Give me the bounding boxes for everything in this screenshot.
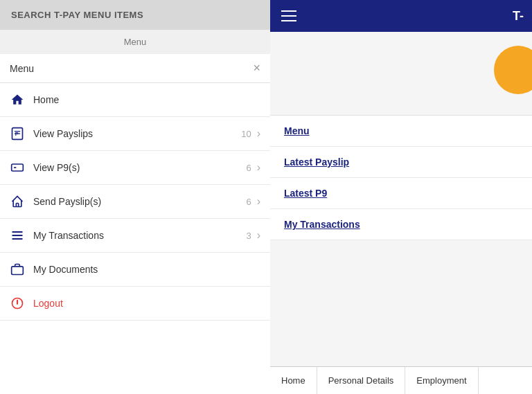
view-payslips-label: View Payslips (33, 128, 241, 139)
view-p9s-badge: 6 (246, 163, 251, 173)
p9-icon (10, 160, 25, 175)
menu-header: Menu × (0, 54, 270, 83)
tab-personal-details[interactable]: Personal Details (317, 367, 406, 394)
nav-title: T- (513, 9, 524, 24)
my-documents-label: My Documents (33, 264, 260, 275)
logout-icon (10, 296, 25, 311)
search-placeholder: SEARCH T-PAY MENU ITEMS (11, 10, 143, 20)
chevron-right-icon: › (257, 229, 260, 242)
sidebar-item-my-documents[interactable]: My Documents (0, 253, 270, 287)
sidebar-item-view-payslips[interactable]: P View Payslips 10 › (0, 117, 270, 151)
logout-label: Logout (33, 298, 260, 309)
chevron-right-icon: › (257, 161, 260, 174)
hamburger-line-2 (281, 15, 296, 17)
bottom-tabs: Home Personal Details Employment (270, 366, 532, 394)
right-content-area: Menu Latest Payslip Latest P9 My Transac… (270, 32, 532, 366)
sidebar-item-logout[interactable]: Logout (0, 287, 270, 321)
hamburger-line-3 (281, 20, 296, 21)
chevron-right-icon: › (257, 195, 260, 208)
top-navbar: T- (270, 0, 532, 32)
tab-employment[interactable]: Employment (405, 367, 478, 394)
sidebar-item-home[interactable]: Home (0, 83, 270, 117)
hamburger-line-1 (281, 10, 296, 12)
quick-links-card: Menu Latest Payslip Latest P9 My Transac… (270, 115, 532, 240)
menu-title: Menu (10, 63, 34, 74)
home-label: Home (33, 94, 260, 105)
menu-quick-link[interactable]: Menu (270, 116, 532, 147)
left-panel: SEARCH T-PAY MENU ITEMS Menu Menu × Home… (0, 0, 270, 394)
sidebar-item-send-payslips[interactable]: Send Payslip(s) 6 › (0, 185, 270, 219)
send-payslips-badge: 6 (246, 197, 251, 207)
tab-home[interactable]: Home (270, 367, 317, 394)
home-icon (10, 92, 25, 107)
transactions-icon (10, 228, 25, 243)
my-transactions-badge: 3 (246, 231, 251, 241)
view-payslips-badge: 10 (241, 129, 251, 139)
view-p9s-label: View P9(s) (33, 162, 246, 173)
send-payslips-label: Send Payslip(s) (33, 196, 246, 207)
latest-p9-quick-link[interactable]: Latest P9 (270, 178, 532, 209)
sidebar-item-view-p9s[interactable]: View P9(s) 6 › (0, 151, 270, 185)
documents-icon (10, 262, 25, 277)
my-transactions-quick-link[interactable]: My Transactions (270, 209, 532, 240)
menu-section: Menu × Home P View Payslips 10 › View P9… (0, 54, 270, 394)
my-transactions-label: My Transactions (33, 230, 246, 241)
latest-payslip-quick-link[interactable]: Latest Payslip (270, 147, 532, 178)
avatar (494, 46, 532, 94)
menu-label-top: Menu (0, 30, 270, 54)
right-panel: T- Menu Latest Payslip Latest P9 My Tran… (270, 0, 532, 394)
hamburger-button[interactable] (278, 3, 303, 28)
search-bar[interactable]: SEARCH T-PAY MENU ITEMS (0, 0, 270, 30)
close-icon[interactable]: × (253, 61, 260, 75)
send-icon (10, 194, 25, 209)
sidebar-item-my-transactions[interactable]: My Transactions 3 › (0, 219, 270, 253)
payslip-icon: P (10, 126, 25, 141)
chevron-right-icon: › (257, 127, 260, 140)
